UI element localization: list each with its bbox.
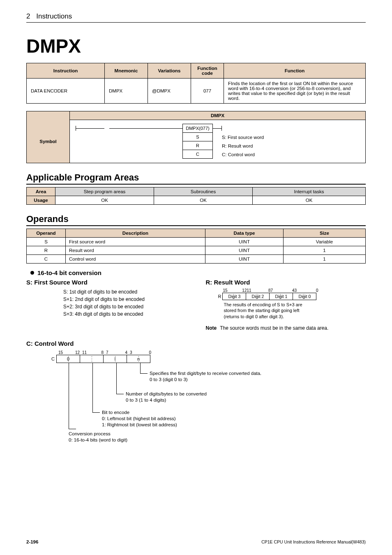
rung-line-right [213, 128, 222, 129]
cb-15: 15 [58, 350, 63, 355]
section-heading-areas: Applicable Program Areas [26, 172, 366, 183]
table-row: Usage OK OK OK [27, 196, 366, 205]
table-header-row: Operand Description Data type Size [27, 229, 366, 238]
r-word-diagram: 15 12 11 8 7 4 3 0 R Digit 3 Digit 2 Dig… [216, 288, 366, 319]
c-cell-d0: n [127, 355, 150, 363]
c-bit-line2: 0: Leftmost bit (highest bit address) [102, 416, 177, 422]
bitnum-7: 7 [270, 288, 283, 293]
c-n-line2: 0 to 3 (digit 0 to 3) [150, 377, 261, 383]
op-s-dt: UINT [205, 238, 284, 246]
bullet-icon [30, 271, 34, 275]
cell-instruction: DATA ENCODER [27, 79, 105, 104]
footer-doc-title: CP1E CPU Unit Instructions Reference Man… [261, 539, 366, 544]
s-line-3: S+3: 4th digit of digits to be encoded [63, 310, 189, 318]
cell-mnemonic: DMPX [105, 79, 148, 104]
r-cell-digit0: Digit 0 [293, 293, 316, 300]
op-c-dt: UINT [205, 255, 284, 264]
usage-step: OK [55, 196, 154, 205]
operands-table: Operand Description Data type Size S Fir… [26, 229, 366, 264]
cb-11: 11 [82, 350, 87, 355]
footer-page-number: 2-196 [26, 539, 38, 544]
c-bit-line1: Bit to encode [102, 409, 177, 416]
cb-12: 12 [75, 350, 80, 355]
bitnum-15: 15 [223, 288, 236, 293]
c-desc-n: Specifies the first digit/byte to receiv… [150, 370, 261, 383]
ladder-box-name: DMPX(077) [182, 124, 213, 133]
two-column-layout: S: First Source Word S: 1st digit of dig… [26, 278, 366, 331]
r-description: The results of encoding of S to S+3 are … [224, 302, 366, 319]
operand-label-s: S: First source word [222, 135, 264, 140]
rung-line [76, 128, 104, 129]
c-word-boxes: C 0 l n [49, 355, 366, 363]
area-header: Area [27, 187, 55, 196]
table-row: R Result word UINT 1 [27, 246, 366, 255]
bitnum-0: 0 [307, 288, 318, 293]
symbol-diagram-cell: DMPX(077) S S: First source word R R: Re… [70, 120, 366, 163]
table-row: S First source word UINT Variable [27, 238, 366, 246]
c-bit-line3: 1: Rightmost bit (lowest bit address) [102, 422, 177, 428]
op-r-dt: UINT [205, 246, 284, 255]
r-text-2: stored from the starting digit going lef… [224, 308, 366, 313]
ladder-top-row: DMPX(077) [76, 124, 360, 133]
symbol-row-header: Symbol [27, 120, 70, 163]
subhead-r: R: Result Word [205, 279, 366, 286]
cb-7: 7 [106, 350, 108, 355]
r-word-boxes: R Digit 3 Digit 2 Digit 1 Digit 0 [216, 293, 366, 300]
c-desc-conv: Conversion process 0: 16-to-4 bits (word… [69, 431, 127, 443]
note-text: The source words must be in the same dat… [220, 325, 366, 331]
header-section-number: 2 [26, 12, 30, 20]
c-conv-line1: Conversion process [69, 431, 127, 437]
page-header: 2 Instructions [26, 12, 366, 21]
c-word-diagram: 1512 118 74 30 C 0 l n [49, 350, 366, 445]
c-desc-l: Number of digits/bytes to be converted 0… [126, 391, 207, 403]
s-line-0: S: 1st digit of digits to be encoded [63, 288, 189, 296]
bullet-heading-conversion: 16-to-4 bit conversion [30, 269, 366, 276]
c-control-word-section: C: Control Word 1512 118 74 30 C 0 l n [26, 340, 366, 445]
cell-function: FInds the location of the first or last … [224, 79, 366, 104]
s-description-list: S: 1st digit of digits to be encoded S+1… [63, 288, 189, 318]
operand-label-r: R: Result word [222, 143, 253, 148]
col-function-code: Function code [191, 63, 224, 79]
op-s-size: Variable [284, 238, 366, 246]
c-cell-d1: l [103, 355, 127, 363]
program-areas-table: Area Step program areas Subroutines Inte… [26, 187, 366, 205]
area-col-int: Interrupt tasks [253, 187, 366, 196]
cell-fcode: 077 [191, 79, 224, 104]
r-label: R [216, 294, 223, 299]
col-instruction: Instruction [27, 63, 105, 79]
table-row: Symbol DMPX(077) S S: First source word [27, 120, 366, 163]
c-l-line1: Number of digits/bytes to be converted [126, 391, 207, 397]
col-function: Function [224, 63, 366, 79]
empty-cell [27, 111, 70, 120]
usage-int: OK [253, 196, 366, 205]
column-right: R: Result Word 15 12 11 8 7 4 3 0 R Digi… [205, 278, 366, 331]
page: 2 Instructions DMPX Instruction Mnemonic… [0, 0, 392, 555]
bitnum-3: 3 [294, 288, 307, 293]
c-n-line1: Specifies the first digit/byte to receiv… [150, 370, 261, 377]
op-r-size: 1 [284, 246, 366, 255]
subhead-c: C: Control Word [26, 340, 366, 347]
divider [26, 225, 366, 226]
bitnum-8: 8 [259, 288, 270, 293]
table-header-row: DMPX [27, 111, 366, 120]
r-text-3: (returns to digit 0 after digit 3). [224, 314, 366, 319]
ladder-box-s: S [182, 132, 213, 141]
op-c-desc: Control word [66, 255, 205, 264]
r-cell-digit2: Digit 2 [246, 293, 270, 300]
op-s-desc: First source word [66, 238, 205, 246]
operand-label-c: C: Control word [222, 152, 255, 157]
usage-header: Usage [27, 196, 55, 205]
cb-3: 3 [130, 350, 132, 355]
table-row: C Control word UINT 1 [27, 255, 366, 264]
op-c-size: 1 [284, 255, 366, 264]
op-s: S [27, 238, 66, 246]
table-row: DATA ENCODER DMPX @DMPX 077 FInds the lo… [27, 79, 366, 104]
cb-4: 4 [125, 350, 127, 355]
r-text-1: The results of encoding of S to S+3 are [224, 302, 366, 308]
c-l-line2: 0 to 3 (1 to 4 digits) [126, 397, 207, 403]
table-header-row: Instruction Mnemonic Variations Function… [27, 63, 366, 79]
symbol-column-header: DMPX [70, 111, 366, 120]
op-col-desc: Description [66, 229, 205, 238]
s-line-2: S+2: 3rd digit of digits to be encoded [63, 303, 189, 310]
note-label: Note [205, 325, 217, 331]
